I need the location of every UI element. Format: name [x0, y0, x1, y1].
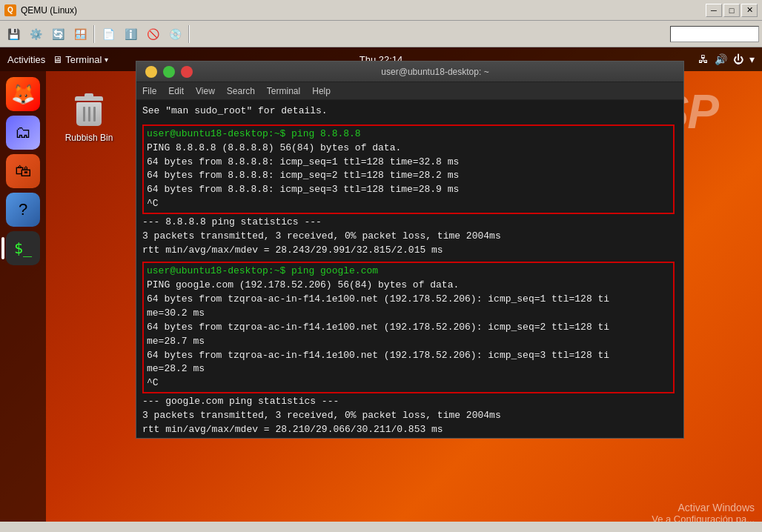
qemu-search-input[interactable] — [670, 26, 759, 42]
menu-arrow-icon[interactable]: ▾ — [749, 53, 755, 65]
toolbar-save-btn[interactable]: 💾 — [3, 24, 24, 44]
terminal-icon: 🖥 — [53, 54, 62, 65]
menu-edit[interactable]: Edit — [168, 86, 184, 96]
ubuntu-desktop: ForoISP Activities 🖥 Terminal ▾ Thu 22:1… — [0, 47, 762, 532]
menu-search[interactable]: Search — [227, 86, 255, 96]
toolbar-stop-btn[interactable]: 🚫 — [142, 24, 163, 44]
trash-lid — [75, 96, 103, 101]
activate-line1: Activar Windows — [652, 502, 755, 513]
qemu-window-controls: ─ □ ✕ — [706, 4, 758, 17]
toolbar-disc-btn[interactable]: 💿 — [165, 24, 185, 44]
volume-icon[interactable]: 🔊 — [715, 53, 727, 65]
menu-help[interactable]: Help — [312, 86, 331, 96]
terminal-btn[interactable]: 🖥 Terminal ▾ — [53, 54, 108, 65]
terminal-close-btn[interactable] — [181, 66, 193, 78]
stats2-line1: --- google.com ping statistics --- — [142, 395, 677, 409]
final-prompt: user@ubuntu18-desktop:~$ — [142, 437, 677, 438]
ping-block-1: user@ubuntu18-desktop:~$ ping 8.8.8.8 PI… — [142, 124, 675, 214]
terminal-body[interactable]: See "man sudo_root" for details. user@ub… — [136, 100, 683, 438]
stats1-line1: --- 8.8.8.8 ping statistics --- — [142, 216, 677, 230]
ping2-cmd: user@ubuntu18-desktop:~$ ping google.com — [147, 265, 670, 279]
toolbar-settings-btn[interactable]: ⚙️ — [25, 24, 46, 44]
terminal-window: user@ubuntu18-desktop: ~ File Edit View … — [136, 61, 684, 439]
ping1-line2: 64 bytes from 8.8.8.8: icmp_seq=1 ttl=12… — [147, 156, 670, 170]
terminal-title: user@ubuntu18-desktop: ~ — [193, 67, 677, 77]
ping1-line4: 64 bytes from 8.8.8.8: icmp_seq=3 ttl=12… — [147, 183, 670, 197]
ubuntu-dock: 🦊 🗂 🛍 ? $_ — [0, 71, 46, 532]
ping1-cmd: user@ubuntu18-desktop:~$ ping 8.8.8.8 — [147, 127, 670, 142]
qemu-toolbar: 💾 ⚙️ 🔄 🪟 📄 ℹ️ 🚫 💿 — [0, 21, 762, 47]
trash-body — [76, 102, 102, 126]
ping2-line4: 64 bytes from tzqroa-ac-in-f14.1e100.net… — [147, 349, 670, 363]
ping2-line2b: me=30.2 ms — [147, 307, 670, 321]
network-icon[interactable]: 🖧 — [698, 53, 709, 65]
qemu-titlebar: Q QEMU (Linux) ─ □ ✕ — [0, 0, 762, 21]
toolbar-info-btn[interactable]: ℹ️ — [120, 24, 141, 44]
terminal-dock-icon: $_ — [14, 239, 32, 257]
trash-line2 — [88, 107, 90, 122]
bottom-scrollbar[interactable] — [0, 522, 762, 532]
firefox-icon: 🦊 — [11, 83, 35, 106]
ping2-line2: 64 bytes from tzqroa-ac-in-f14.1e100.net… — [147, 293, 670, 307]
help-icon: ? — [19, 200, 27, 219]
terminal-minimize-btn[interactable] — [145, 66, 157, 78]
dock-files[interactable]: 🗂 — [6, 116, 40, 150]
dock-firefox[interactable]: 🦊 — [6, 77, 40, 111]
ping2-line4b: me=28.2 ms — [147, 362, 670, 376]
rubbish-bin-icon[interactable]: Rubbish Bin — [59, 88, 119, 143]
chevron-down-icon: ▾ — [105, 56, 108, 64]
terminal-maximize-btn[interactable] — [163, 66, 175, 78]
toolbar-sep2 — [188, 25, 190, 43]
qemu-minimize-btn[interactable]: ─ — [706, 4, 722, 17]
stats1-line2: 3 packets transmitted, 3 received, 0% pa… — [142, 230, 677, 244]
toolbar-sep1 — [93, 25, 95, 43]
activities-btn[interactable]: Activities — [7, 54, 45, 65]
menu-file[interactable]: File — [142, 86, 156, 96]
ping1-line3: 64 bytes from 8.8.8.8: icmp_seq=2 ttl=12… — [147, 169, 670, 183]
files-icon: 🗂 — [15, 123, 31, 142]
stats2-line2: 3 packets transmitted, 3 received, 0% pa… — [142, 409, 677, 423]
store-icon: 🛍 — [15, 162, 31, 181]
toolbar-file-btn[interactable]: 📄 — [98, 24, 119, 44]
menu-view[interactable]: View — [196, 86, 215, 96]
qemu-icon: Q — [4, 4, 16, 16]
toolbar-refresh-btn[interactable]: 🔄 — [47, 24, 68, 44]
dock-help[interactable]: ? — [6, 193, 40, 227]
terminal-window-btns — [142, 66, 193, 78]
ping2-line3: 64 bytes from tzqroa-ac-in-f14.1e100.net… — [147, 321, 670, 335]
term-sudo-line: See "man sudo_root" for details. — [142, 104, 677, 119]
ping-block-2: user@ubuntu18-desktop:~$ ping google.com… — [142, 262, 675, 393]
terminal-menubar: File Edit View Search Terminal Help — [136, 82, 683, 100]
stats2-line3: rtt min/avg/max/mdev = 28.210/29.066/30.… — [142, 423, 677, 437]
qemu-title: QEMU (Linux) — [21, 5, 77, 16]
dock-store[interactable]: 🛍 — [6, 154, 40, 188]
menu-terminal[interactable]: Terminal — [267, 86, 300, 96]
stats1-line3: rtt min/avg/max/mdev = 28.243/29.991/32.… — [142, 244, 677, 258]
terminal-label: Terminal — [65, 54, 102, 65]
toolbar-window-btn[interactable]: 🪟 — [70, 24, 90, 44]
dock-terminal[interactable]: $_ — [6, 231, 40, 265]
qemu-maximize-btn[interactable]: □ — [723, 4, 740, 17]
ping2-ctrl: ^C — [147, 376, 670, 390]
trash-line1 — [83, 107, 85, 122]
ping1-line1: PING 8.8.8.8 (8.8.8.8) 56(84) bytes of d… — [147, 142, 670, 156]
ping2-line3b: me=28.7 ms — [147, 335, 670, 349]
topbar-right-icons: 🖧 🔊 ⏻ ▾ — [698, 53, 755, 65]
terminal-titlebar: user@ubuntu18-desktop: ~ — [136, 61, 683, 82]
trash-can — [75, 93, 103, 126]
trash-line3 — [93, 107, 96, 122]
ping2-line1: PING google.com (192.178.52.206) 56(84) … — [147, 279, 670, 293]
rubbish-bin-label: Rubbish Bin — [65, 133, 113, 143]
ping1-ctrl: ^C — [147, 197, 670, 211]
power-icon[interactable]: ⏻ — [733, 53, 743, 65]
qemu-close-btn[interactable]: ✕ — [741, 4, 758, 17]
trash-icon-img — [71, 88, 107, 131]
